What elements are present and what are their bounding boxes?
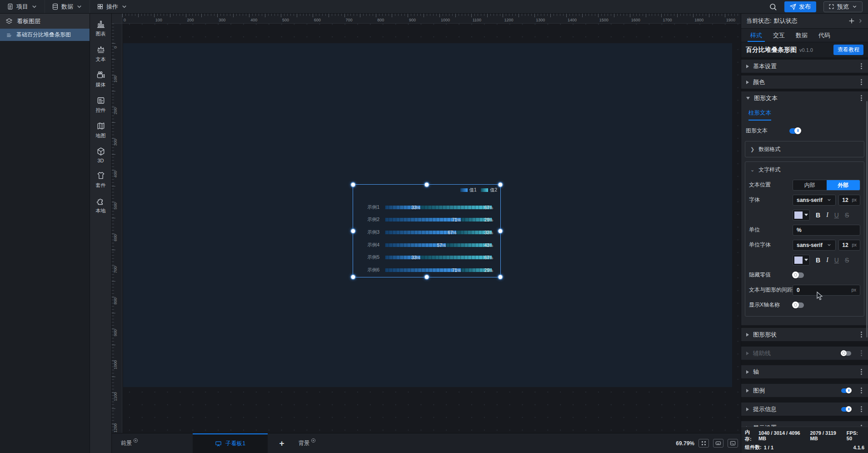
ruler-tick xyxy=(186,14,186,17)
tab-foreground[interactable]: 前景 xyxy=(117,439,142,447)
menu-操作[interactable]: 操作 xyxy=(90,0,135,13)
show-x-axis-toggle[interactable] xyxy=(793,302,804,308)
tab-样式[interactable]: 样式 xyxy=(745,29,768,42)
kebab-menu-icon[interactable] xyxy=(860,78,863,86)
tab-background[interactable]: 背景 xyxy=(295,439,319,447)
inspector-scrollbar[interactable] xyxy=(866,101,868,337)
unit-input[interactable]: % xyxy=(793,225,860,236)
rail-item-本地[interactable]: 本地 xyxy=(96,196,106,214)
ruler-tick xyxy=(112,345,115,345)
kebab-menu-icon[interactable] xyxy=(860,62,863,70)
selection-handle[interactable] xyxy=(351,275,355,279)
selection-handle[interactable] xyxy=(425,183,429,187)
section-图例[interactable]: 图例 xyxy=(741,384,868,397)
rail-item-3D[interactable]: 3D xyxy=(96,147,105,163)
option-outside[interactable]: 外部 xyxy=(827,180,860,190)
add-circle-icon[interactable] xyxy=(133,439,138,444)
bold-button[interactable]: B xyxy=(816,211,820,219)
section-提示信息[interactable]: 提示信息 xyxy=(741,403,868,416)
artboard[interactable]: 值1值2 示例133%67%示例271%29%示例367%33%示例457%43… xyxy=(123,43,732,387)
stacked-bar[interactable]: 71%29% xyxy=(385,268,492,272)
strikethrough-button[interactable]: S xyxy=(845,257,849,264)
selection-handle[interactable] xyxy=(499,275,503,279)
stacked-bar[interactable]: 33%67% xyxy=(385,206,492,209)
section-toggle[interactable] xyxy=(841,388,851,393)
terminal-icon[interactable] xyxy=(728,439,738,448)
unit-font-size-input[interactable]: 12 px xyxy=(838,240,860,251)
selection-handle[interactable] xyxy=(499,183,503,187)
section-轴[interactable]: 轴 xyxy=(741,365,868,378)
add-circle-icon[interactable] xyxy=(311,439,316,444)
stacked-bar[interactable]: 67%33% xyxy=(385,231,492,234)
tutorial-button[interactable]: 查看教程 xyxy=(833,45,863,55)
unit-color-picker[interactable] xyxy=(793,255,810,266)
gap-input[interactable]: 0 px xyxy=(793,285,860,296)
font-color-picker[interactable] xyxy=(793,210,810,221)
selection-handle[interactable] xyxy=(351,183,355,187)
add-state-icon[interactable] xyxy=(848,17,855,25)
underline-button[interactable]: U xyxy=(834,211,839,219)
kebab-menu-icon[interactable] xyxy=(860,405,863,413)
rail-item-控件[interactable]: 控件 xyxy=(96,96,106,114)
selection-handle[interactable] xyxy=(499,229,503,233)
font-family-select[interactable]: sans-serif xyxy=(793,195,836,206)
selection-handle[interactable] xyxy=(351,229,355,233)
kebab-menu-icon[interactable] xyxy=(860,331,863,338)
data-format-header[interactable]: ❯ 数据格式 xyxy=(745,141,864,157)
kebab-menu-icon[interactable] xyxy=(860,349,863,357)
state-value[interactable]: 默认状态 xyxy=(774,17,798,25)
stacked-bar[interactable]: 71%29% xyxy=(385,218,492,221)
tab-数据[interactable]: 数据 xyxy=(790,29,813,42)
tab-代码[interactable]: 代码 xyxy=(813,29,836,42)
section-颜色[interactable]: 颜色 xyxy=(741,76,868,89)
section-基本设置[interactable]: 基本设置 xyxy=(741,60,868,73)
search-icon[interactable] xyxy=(769,3,777,11)
option-inside[interactable]: 内部 xyxy=(793,180,827,190)
add-board-button[interactable]: + xyxy=(274,438,289,448)
section-header-graph-text[interactable]: 图形文本 xyxy=(741,91,868,105)
unit-font-family-select[interactable]: sans-serif xyxy=(793,240,836,251)
legend-item-值1[interactable]: 值1 xyxy=(460,187,477,193)
kebab-menu-icon[interactable] xyxy=(860,387,863,394)
kebab-menu-icon[interactable] xyxy=(860,94,863,102)
legend-item-值2[interactable]: 值2 xyxy=(481,187,497,193)
layer-item-stacked-bar[interactable]: 基础百分比堆叠条形图 xyxy=(0,29,90,41)
publish-button[interactable]: 发布 xyxy=(784,1,816,12)
rail-item-图表[interactable]: 图表 xyxy=(96,20,106,37)
menu-项目[interactable]: 项目 xyxy=(0,0,45,13)
menu-数据[interactable]: 数据 xyxy=(45,0,90,13)
text-style-header[interactable]: ⌄ 文字样式 xyxy=(745,162,864,177)
canvas[interactable]: 0100200300400500600700800900100011001200… xyxy=(112,14,741,433)
section-toggle[interactable] xyxy=(841,407,851,412)
chart-selection[interactable]: 值1值2 示例133%67%示例271%29%示例367%33%示例457%43… xyxy=(353,184,501,277)
underline-button[interactable]: U xyxy=(834,257,839,264)
rail-item-文本[interactable]: 文本 xyxy=(96,45,106,63)
rail-item-媒体[interactable]: 媒体 xyxy=(96,70,106,88)
zoom-level[interactable]: 69.79% xyxy=(676,440,694,447)
kebab-menu-icon[interactable] xyxy=(860,368,863,376)
ruler-tick xyxy=(112,281,115,282)
section-图形形状[interactable]: 图形形状 xyxy=(741,328,868,341)
stacked-bar[interactable]: 33%67% xyxy=(385,256,492,259)
italic-button[interactable]: I xyxy=(826,211,828,219)
hide-zero-toggle[interactable] xyxy=(793,272,804,278)
keyboard-icon[interactable] xyxy=(713,439,723,448)
tab-交互[interactable]: 交互 xyxy=(768,29,790,42)
selection-handle[interactable] xyxy=(425,275,429,279)
section-辅助线[interactable]: 辅助线 xyxy=(741,347,868,360)
preview-button[interactable]: 预览 xyxy=(823,1,863,12)
section-展示设置[interactable]: 展示设置 xyxy=(741,421,868,427)
strikethrough-button[interactable]: S xyxy=(845,211,849,219)
fit-screen-icon[interactable] xyxy=(698,439,709,448)
tab-subboard[interactable]: 子看板1 xyxy=(193,433,268,453)
section-toggle[interactable] xyxy=(841,351,851,356)
rail-item-地图[interactable]: 地图 xyxy=(96,121,106,139)
italic-button[interactable]: I xyxy=(826,257,828,264)
rail-item-套件[interactable]: 套件 xyxy=(96,171,106,189)
chevron-right-icon[interactable] xyxy=(858,18,863,24)
bold-button[interactable]: B xyxy=(816,257,820,264)
graph-text-toggle[interactable] xyxy=(789,128,801,134)
stacked-bar[interactable]: 57%43% xyxy=(385,243,492,247)
font-size-input[interactable]: 12 px xyxy=(838,195,860,206)
tab-bar-text[interactable]: 柱形文本 xyxy=(748,109,771,121)
